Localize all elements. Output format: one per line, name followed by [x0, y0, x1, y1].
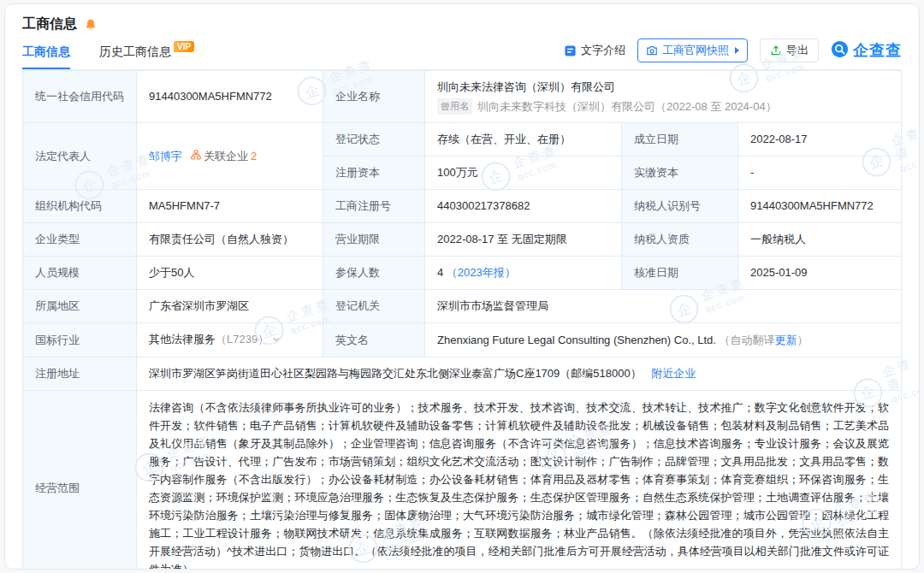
- former-name-tag: 曾用名: [437, 98, 472, 115]
- related-companies-label: 关联企业: [204, 148, 248, 165]
- establish-date-value: 2022-08-17: [738, 123, 902, 157]
- related-companies-icon: [191, 148, 201, 165]
- reg-status-label: 登记状态: [323, 123, 425, 157]
- business-info-card: 企企查查qcc.com企企查查qcc.com企企查查qcc.com企企查查qcc…: [4, 3, 920, 570]
- row-business-scope: 经营范围 法律咨询（不含依法须律师事务所执业许可的业务）；技术服务、技术开发、技…: [23, 391, 902, 570]
- insured-count-value: 4 （2023年报）: [425, 257, 622, 290]
- reg-address-text: 深圳市罗湖区笋岗街道田心社区梨园路与梅园路交汇处东北侧深业泰富广场C座1709（…: [149, 367, 642, 380]
- company-name-text: 圳向未来法律咨询（深圳）有限公司: [437, 79, 889, 95]
- page-title: 工商信息: [22, 15, 77, 33]
- former-name-text: 圳向未来数字科技（深圳）有限公司（2022-08 至 2024-04）: [477, 99, 777, 114]
- bell-icon[interactable]: [84, 18, 98, 32]
- row-legal-rep-status: 法定代表人 邹博宇关联企业2 登记状态 存续（在营、开业、在册） 成立日期 20…: [23, 123, 902, 157]
- snapshot-button[interactable]: 工商官网快照: [637, 38, 748, 62]
- document-icon: [564, 44, 577, 57]
- business-term-value: 2022-08-17 至 无固定期限: [425, 223, 622, 257]
- row-credit-code-company-name: 统一社会信用代码 91440300MA5HFMN772 企业名称 圳向未来法律咨…: [23, 71, 902, 123]
- insured-count-label: 参保人数: [323, 257, 425, 290]
- english-name-label: 英文名: [323, 323, 425, 357]
- region-label: 所属地区: [23, 290, 137, 323]
- staff-size-value: 少于50人: [137, 257, 323, 290]
- annual-report-link[interactable]: （2023年报）: [447, 266, 516, 279]
- business-term-label: 营业期限: [323, 223, 425, 257]
- region-value: 广东省深圳市罗湖区: [137, 290, 323, 323]
- taxpayer-id-value: 91440300MA5HFMN772: [738, 190, 902, 223]
- nearby-companies-link[interactable]: 附近企业: [651, 367, 696, 380]
- tab-business-info[interactable]: 工商信息: [22, 39, 70, 69]
- credit-code-value: 91440300MA5HFMN772: [137, 71, 323, 123]
- tab-bar: 工商信息 历史工商信息VIP 文字介绍 工商官网快照: [22, 38, 902, 70]
- tabs: 工商信息 历史工商信息VIP: [22, 39, 194, 69]
- legal-rep-label: 法定代表人: [23, 123, 137, 190]
- export-icon: [770, 44, 782, 56]
- related-companies[interactable]: 关联企业2: [191, 148, 257, 165]
- company-name-value: 圳向未来法律咨询（深圳）有限公司 曾用名 圳向未来数字科技（深圳）有限公司（20…: [425, 71, 902, 123]
- legal-rep-link[interactable]: 邹博宇: [149, 150, 182, 162]
- business-scope-value: 法律咨询（不含依法须律师事务所执业许可的业务）；技术服务、技术开发、技术咨询、技…: [137, 391, 902, 570]
- header-actions: 文字介绍 工商官网快照 导出 企查查: [564, 38, 902, 69]
- reg-address-label: 注册地址: [23, 357, 137, 391]
- row-staff: 人员规模 少于50人 参保人数 4 （2023年报） 核准日期 2025-01-…: [23, 257, 902, 290]
- card-header: 工商信息: [22, 4, 902, 33]
- paid-capital-label: 实缴资本: [622, 157, 738, 190]
- row-industry: 国标行业 其他法律服务（L7239） 英文名 Zhenxiang Future …: [23, 323, 902, 357]
- export-button[interactable]: 导出: [760, 38, 819, 62]
- snapshot-label: 工商官网快照: [662, 43, 729, 58]
- tab-history-business-info[interactable]: 历史工商信息VIP: [99, 39, 194, 69]
- qichacha-logo-text: 企查查: [853, 40, 902, 61]
- english-name-value: Zhenxiang Future Legal Consulting (Shenz…: [425, 323, 902, 357]
- paid-capital-value: -: [738, 157, 902, 190]
- reg-no-value: 440300217378682: [425, 190, 622, 223]
- english-name-text: Zhenxiang Future Legal Consulting (Shenz…: [437, 334, 716, 346]
- industry-label: 国标行业: [23, 323, 137, 357]
- reg-capital-value: 100万元: [425, 157, 622, 190]
- company-name-label: 企业名称: [323, 71, 425, 123]
- arrow-right-icon: [735, 47, 739, 54]
- reg-address-value: 深圳市罗湖区笋岗街道田心社区梨园路与梅园路交汇处东北侧深业泰富广场C座1709（…: [137, 357, 902, 391]
- text-intro-button[interactable]: 文字介绍: [564, 43, 625, 58]
- approval-date-label: 核准日期: [622, 257, 738, 290]
- taxpayer-id-label: 纳税人识别号: [622, 190, 738, 223]
- taxpayer-quality-value: 一般纳税人: [738, 223, 902, 257]
- staff-size-label: 人员规模: [23, 257, 137, 290]
- credit-code-label: 统一社会信用代码: [23, 71, 137, 123]
- company-type-value: 有限责任公司（自然人独资）: [137, 223, 323, 257]
- establish-date-label: 成立日期: [622, 123, 738, 157]
- export-label: 导出: [786, 43, 808, 58]
- former-name-row: 曾用名 圳向未来数字科技（深圳）有限公司（2022-08 至 2024-04）: [437, 98, 889, 115]
- related-companies-count: 2: [251, 148, 257, 165]
- company-type-label: 企业类型: [23, 223, 137, 257]
- row-org-code: 组织机构代码 MA5HFMN7-7 工商注册号 440300217378682 …: [23, 190, 902, 223]
- industry-value: 其他法律服务（L7239）: [137, 323, 323, 357]
- row-region: 所属地区 广东省深圳市罗湖区 登记机关 深圳市市场监督管理局: [23, 290, 902, 323]
- org-code-label: 组织机构代码: [23, 190, 137, 223]
- business-scope-label: 经营范围: [23, 391, 137, 570]
- row-address: 注册地址 深圳市罗湖区笋岗街道田心社区梨园路与梅园路交汇处东北侧深业泰富广场C座…: [23, 357, 902, 391]
- camera-icon: [646, 44, 658, 56]
- approval-date-value: 2025-01-09: [738, 257, 902, 290]
- translation-note-suffix: ）: [797, 334, 808, 346]
- qichacha-logo[interactable]: 企查查: [831, 40, 902, 62]
- industry-name: 其他法律服务: [149, 333, 216, 346]
- chevron-down-icon[interactable]: [272, 334, 281, 346]
- taxpayer-quality-label: 纳税人资质: [622, 223, 738, 257]
- translation-update-link[interactable]: 更新: [775, 334, 797, 346]
- row-company-type: 企业类型 有限责任公司（自然人独资） 营业期限 2022-08-17 至 无固定…: [23, 223, 902, 257]
- reg-status-value: 存续（在营、开业、在册）: [425, 123, 622, 157]
- translation-note-prefix: （自动翻译: [720, 334, 775, 346]
- vip-badge: VIP: [174, 41, 194, 52]
- reg-capital-label: 注册资本: [323, 157, 425, 190]
- org-code-value: MA5HFMN7-7: [137, 190, 323, 223]
- industry-code: （L7239）: [216, 333, 269, 346]
- reg-no-label: 工商注册号: [323, 190, 425, 223]
- reg-authority-value: 深圳市市场监督管理局: [425, 290, 902, 323]
- qichacha-logo-icon: [831, 40, 849, 62]
- text-intro-label: 文字介绍: [581, 43, 625, 58]
- insured-count-number: 4: [437, 266, 443, 279]
- reg-authority-label: 登记机关: [323, 290, 425, 323]
- business-scope-text: 法律咨询（不含依法须律师事务所执业许可的业务）；技术服务、技术开发、技术咨询、技…: [149, 399, 889, 570]
- business-info-table: 统一社会信用代码 91440300MA5HFMN772 企业名称 圳向未来法律咨…: [22, 70, 902, 570]
- tab-business-info-label: 工商信息: [22, 44, 70, 58]
- tab-history-label: 历史工商信息: [99, 44, 171, 58]
- legal-rep-value: 邹博宇关联企业2: [137, 123, 323, 190]
